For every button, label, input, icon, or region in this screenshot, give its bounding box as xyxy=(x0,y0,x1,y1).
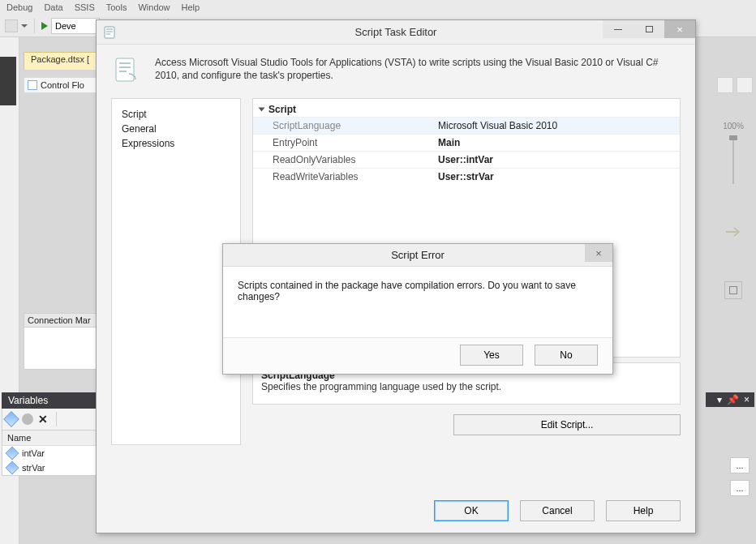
property-section-header[interactable]: Script xyxy=(253,99,680,117)
property-name: ReadOnlyVariables xyxy=(253,152,432,168)
property-row[interactable]: ReadOnlyVariables User::intVar xyxy=(253,151,680,168)
connection-managers-pane: Connection Mar xyxy=(24,313,98,370)
ellipsis-button[interactable]: ... xyxy=(730,457,750,473)
property-name: ScriptLanguage xyxy=(253,118,432,134)
control-flow-icon xyxy=(28,80,37,90)
script-task-icon xyxy=(103,25,118,40)
property-value[interactable]: Main xyxy=(432,135,680,151)
svg-rect-0 xyxy=(105,27,114,38)
close-icon[interactable]: × xyxy=(744,394,750,405)
collapse-icon xyxy=(259,108,265,112)
script-error-dialog: Script Error × Scripts contained in the … xyxy=(222,243,613,375)
menu-window[interactable]: Window xyxy=(138,2,170,12)
variable-row[interactable]: intVar xyxy=(2,446,97,460)
variable-name: intVar xyxy=(22,448,45,458)
document-tab[interactable]: Package.dtsx [ xyxy=(24,52,97,70)
variables-pane: Variables ✕ Name intVar strVar xyxy=(2,392,97,538)
variables-toolbar: ✕ xyxy=(2,409,97,430)
control-flow-label: Control Flo xyxy=(41,80,84,90)
property-help-desc: Specifies the programming language used … xyxy=(261,381,672,392)
ellipsis-button[interactable]: ... xyxy=(730,480,750,496)
error-titlebar: Script Error × xyxy=(223,244,612,267)
arrow-icon xyxy=(724,226,742,238)
menu-help[interactable]: Help xyxy=(182,2,200,12)
zoom-label: 100% xyxy=(712,122,754,131)
start-debug-button[interactable] xyxy=(41,22,48,30)
dialog-titlebar: Script Task Editor × xyxy=(97,20,695,45)
menu-data[interactable]: Data xyxy=(44,2,62,12)
minimize-button[interactable] xyxy=(603,20,634,38)
variable-icon xyxy=(6,447,19,460)
help-button[interactable]: Help xyxy=(606,500,681,521)
designer-tool-2[interactable] xyxy=(737,77,753,93)
error-title: Script Error xyxy=(391,249,445,261)
property-row[interactable]: ScriptLanguage Microsoft Visual Basic 20… xyxy=(253,117,680,134)
dialog-description: Access Microsoft Visual Studio Tools for… xyxy=(155,56,679,85)
menu-debug[interactable]: Debug xyxy=(6,2,32,12)
dialog-nav: Script General Expressions xyxy=(111,98,241,445)
add-variable-icon[interactable] xyxy=(3,411,19,427)
dropdown-icon[interactable] xyxy=(21,24,28,28)
property-name: EntryPoint xyxy=(253,135,432,151)
variable-icon xyxy=(6,461,19,475)
toolbar-icon[interactable] xyxy=(5,19,18,32)
nav-item-expressions[interactable]: Expressions xyxy=(122,136,230,151)
property-row[interactable]: ReadWriteVariables User::strVar xyxy=(253,168,680,185)
property-value[interactable]: User::intVar xyxy=(432,152,680,168)
connection-managers-title: Connection Mar xyxy=(24,314,97,328)
menu-tools[interactable]: Tools xyxy=(106,2,127,12)
property-row[interactable]: EntryPoint Main xyxy=(253,134,680,151)
ok-button[interactable]: OK xyxy=(434,500,509,521)
delete-variable-icon[interactable]: ✕ xyxy=(38,413,48,426)
property-section-label: Script xyxy=(268,104,296,115)
variable-row[interactable]: strVar xyxy=(2,460,97,475)
variables-column-name[interactable]: Name xyxy=(2,430,97,446)
variables-title: Variables xyxy=(2,392,97,409)
close-button[interactable]: × xyxy=(585,244,612,262)
dropdown-icon[interactable]: ▾ xyxy=(717,394,722,405)
property-value[interactable]: User::strVar xyxy=(432,169,680,185)
variable-name: strVar xyxy=(22,463,45,473)
no-button[interactable]: No xyxy=(535,345,598,366)
pane-pin-buttons: ▾ 📌 × xyxy=(706,392,754,407)
dialog-title: Script Task Editor xyxy=(355,26,437,38)
property-name: ReadWriteVariables xyxy=(253,169,432,185)
yes-button[interactable]: Yes xyxy=(460,345,523,366)
error-message: Scripts contained in the package have co… xyxy=(223,267,612,338)
move-variable-icon[interactable] xyxy=(22,413,33,425)
fit-view-button[interactable] xyxy=(724,281,742,299)
edit-script-button[interactable]: Edit Script... xyxy=(453,414,681,435)
zoom-slider[interactable] xyxy=(732,135,734,184)
designer-tool-1[interactable] xyxy=(717,77,733,93)
cancel-button[interactable]: Cancel xyxy=(520,500,595,521)
config-combo[interactable] xyxy=(51,18,100,34)
nav-item-general[interactable]: General xyxy=(122,122,230,136)
collapsed-panel-tab[interactable] xyxy=(0,57,16,105)
pin-icon[interactable]: 📌 xyxy=(727,394,739,405)
script-task-large-icon xyxy=(113,56,142,85)
property-value[interactable]: Microsoft Visual Basic 2010 xyxy=(432,118,680,134)
menubar: Debug Data SSIS Tools Window Help xyxy=(0,0,756,15)
nav-item-script[interactable]: Script xyxy=(122,107,230,122)
control-flow-tab[interactable]: Control Flo xyxy=(24,77,98,93)
close-button[interactable]: × xyxy=(664,20,695,38)
maximize-button[interactable] xyxy=(634,20,664,38)
menu-ssis[interactable]: SSIS xyxy=(75,2,95,12)
svg-rect-1 xyxy=(116,58,134,81)
